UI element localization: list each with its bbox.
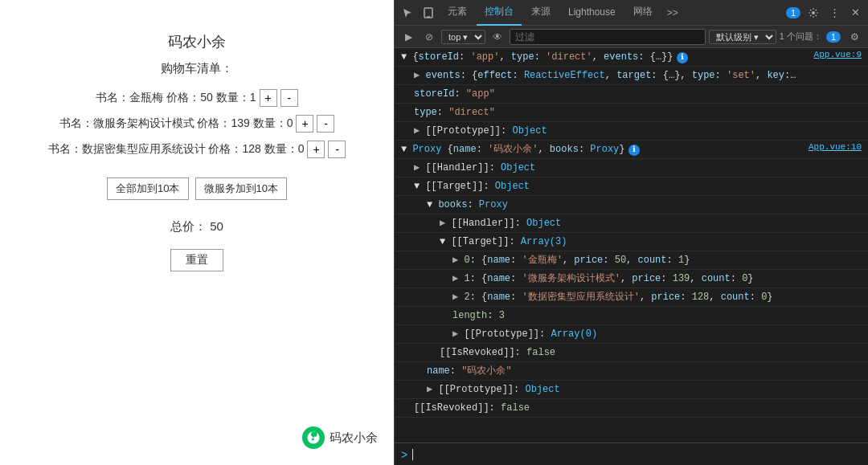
total-value: 50	[210, 219, 223, 233]
add-microservice-button[interactable]: 微服务加到10本	[195, 177, 287, 200]
log-content-1: ▼ {storeId: 'app', type: 'direct', event…	[401, 50, 862, 64]
total-price: 总价： 50	[170, 219, 223, 235]
console-output: ▼ {storeId: 'app', type: 'direct', event…	[395, 48, 868, 443]
more-options-icon[interactable]: ⋮	[825, 3, 844, 22]
console-prompt: >	[401, 448, 407, 461]
app-title: 码农小余	[168, 32, 226, 51]
log-source-6[interactable]: App.vue:10	[809, 142, 862, 152]
expand-arrow-11[interactable]: ▼	[440, 236, 451, 247]
expand-arrow-9[interactable]: ▼	[427, 199, 438, 210]
expand-arrow-19[interactable]: ▶	[427, 384, 438, 395]
book-row-2: 书名：微服务架构设计模式 价格：139 数量：0 + -	[59, 115, 335, 133]
cart-label: 购物车清单：	[161, 61, 233, 76]
log-entry-1: ▼ {storeId: 'app', type: 'direct', event…	[395, 48, 868, 67]
devtools-toolbar: 元素 控制台 来源 Lighthouse 网络 >> 1 ⋮ ✕	[395, 0, 868, 26]
book-2-increment[interactable]: +	[296, 115, 313, 133]
log-entry-4: type: "direct"	[395, 104, 868, 122]
device-icon[interactable]	[419, 3, 438, 22]
issues-label: 1 个问题： 1	[780, 31, 842, 43]
tab-lighthouse[interactable]: Lighthouse	[560, 0, 624, 26]
book-3-decrement[interactable]: -	[328, 141, 346, 158]
wechat-badge: 码农小余	[302, 426, 378, 449]
expand-arrow-16[interactable]: ▶	[452, 328, 464, 340]
book-row-1: 书名：金瓶梅 价格：50 数量：1 + -	[96, 89, 297, 107]
issues-badge-count: 1	[826, 31, 841, 43]
log-entry-12: ▶ 0: {name: '金瓶梅', price: 50, count: 1}	[395, 251, 868, 270]
log-entry-3: storeId: "app"	[395, 85, 868, 104]
console-toolbar: ▶ ⊘ top ▾ 👁 默认级别 ▾ 1 个问题： 1 ⚙	[395, 26, 868, 48]
book-row-3: 书名：数据密集型应用系统设计 价格：128 数量：0 + -	[48, 141, 346, 158]
expand-arrow-13[interactable]: ▶	[452, 273, 464, 284]
app-panel: 码农小余 购物车清单： 书名：金瓶梅 价格：50 数量：1 + - 书名：微服务…	[0, 0, 394, 465]
log-entry-16: ▶ [[Prototype]]: Array(0)	[395, 325, 868, 344]
svg-rect-0	[424, 8, 432, 18]
tab-network[interactable]: 网络	[625, 0, 661, 26]
play-icon[interactable]: ▶	[399, 28, 417, 46]
console-cursor	[412, 449, 413, 460]
context-select[interactable]: top ▾	[441, 30, 485, 44]
book-3-increment[interactable]: +	[307, 141, 325, 158]
devtools-panel: 元素 控制台 来源 Lighthouse 网络 >> 1 ⋮ ✕ ▶ ⊘ top…	[394, 0, 868, 465]
wechat-icon	[302, 426, 325, 449]
tab-elements[interactable]: 元素	[440, 0, 475, 26]
add-all-button[interactable]: 全部加到10本	[107, 177, 188, 200]
wechat-label: 码农小余	[330, 430, 378, 446]
expand-arrow-7[interactable]: ▶	[414, 162, 425, 173]
expand-arrow-12[interactable]: ▶	[452, 255, 464, 266]
badge-count: 1	[786, 7, 800, 18]
log-source-1[interactable]: App.vue:9	[814, 50, 862, 59]
close-devtools-icon[interactable]: ✕	[845, 3, 865, 22]
expand-arrow-14[interactable]: ▶	[452, 292, 464, 303]
reset-button[interactable]: 重置	[170, 249, 223, 271]
filter-input[interactable]	[510, 29, 706, 45]
level-select[interactable]: 默认级别 ▾	[709, 30, 776, 44]
console-settings-icon[interactable]: ⚙	[845, 28, 863, 46]
action-buttons: 全部加到10本 微服务加到10本	[107, 177, 287, 200]
log-entry-6: ▼ Proxy {name: '码农小余', books: Proxy}ℹ Ap…	[395, 141, 868, 159]
expand-arrow-2[interactable]: ▶	[414, 70, 425, 81]
expand-arrow-10[interactable]: ▶	[440, 218, 451, 229]
expand-arrow-8[interactable]: ▼	[414, 181, 425, 192]
expand-arrow-1[interactable]: ▼	[401, 51, 412, 63]
expand-arrow-5[interactable]: ▶	[414, 125, 425, 137]
log-entry-20: [[IsRevoked]]: false	[395, 399, 868, 418]
book-2-decrement[interactable]: -	[317, 115, 334, 133]
settings-icon[interactable]	[804, 3, 823, 22]
log-entry-14: ▶ 2: {name: '数据密集型应用系统设计', price: 128, c…	[395, 288, 868, 307]
log-entry-11: ▼ [[Target]]: Array(3)	[395, 233, 868, 251]
log-entry-5: ▶ [[Prototype]]: Object	[395, 122, 868, 141]
block-icon[interactable]: ⊘	[420, 28, 438, 46]
more-tabs-icon[interactable]: >>	[662, 7, 683, 18]
log-entry-13: ▶ 1: {name: '微服务架构设计模式', price: 139, cou…	[395, 270, 868, 288]
expand-arrow-6[interactable]: ▼	[401, 144, 412, 155]
svg-point-2	[812, 11, 815, 14]
log-entry-15: length: 3	[395, 307, 868, 325]
tab-console[interactable]: 控制台	[477, 0, 522, 26]
tab-sources[interactable]: 来源	[523, 0, 559, 26]
book-1-decrement[interactable]: -	[280, 89, 298, 107]
log-entry-8: ▼ [[Target]]: Object	[395, 177, 868, 196]
info-icon-1[interactable]: ℹ	[677, 52, 688, 63]
total-label: 总价：	[170, 219, 207, 233]
log-entry-10: ▶ [[Handler]]: Object	[395, 214, 868, 233]
log-entry-17: [[IsRevoked]]: false	[395, 344, 868, 362]
log-entry-9: ▼ books: Proxy	[395, 196, 868, 214]
book-2-info: 书名：微服务架构设计模式 价格：139 数量：0	[59, 116, 293, 131]
log-entry-7: ▶ [[Handler]]: Object	[395, 159, 868, 177]
log-entry-2: ▶ events: {effect: ReactiveEffect, targe…	[395, 67, 868, 85]
book-1-increment[interactable]: +	[260, 89, 277, 107]
book-3-info: 书名：数据密集型应用系统设计 价格：128 数量：0	[48, 142, 305, 157]
log-entry-18: name: "码农小余"	[395, 362, 868, 381]
eye-icon[interactable]: 👁	[489, 28, 506, 46]
cursor-icon[interactable]	[398, 3, 417, 22]
book-1-info: 书名：金瓶梅 价格：50 数量：1	[96, 91, 256, 105]
info-icon-6[interactable]: ℹ	[628, 145, 640, 156]
log-entry-19: ▶ [[Prototype]]: Object	[395, 381, 868, 399]
console-input-row: >	[395, 443, 868, 465]
